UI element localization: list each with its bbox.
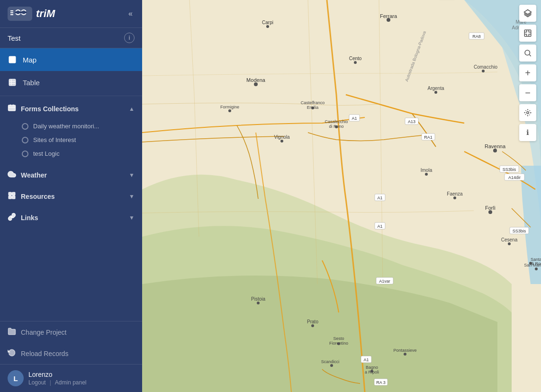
svg-point-22 [493, 149, 497, 152]
zoom-in-button[interactable]: + [519, 64, 536, 81]
resources-chevron: ▼ [129, 193, 135, 200]
svg-text:Faenza: Faenza [447, 191, 463, 196]
weather-section-header[interactable]: Weather ▼ [0, 164, 142, 186]
svg-text:A13: A13 [408, 119, 415, 124]
svg-rect-5 [15, 11, 27, 13]
sidebar-collapse-button[interactable]: « [126, 8, 135, 20]
svg-point-24 [453, 196, 456, 199]
user-sep: | [50, 379, 51, 386]
forms-collections-chevron: ▲ [129, 106, 135, 112]
forms-collections-section-header[interactable]: Forms Collections ▲ [0, 98, 142, 119]
svg-text:Scandicci: Scandicci [321, 359, 340, 364]
svg-text:SS3bis: SS3bis [513, 229, 526, 233]
forms-collections-icon [8, 104, 16, 114]
change-project-label: Change Project [21, 329, 67, 336]
svg-text:Sesto: Sesto [333, 336, 344, 341]
resources-label: Resources [21, 193, 55, 200]
collection-item-sites[interactable]: Sites of Interest [8, 133, 135, 147]
svg-point-28 [280, 140, 283, 143]
svg-point-97 [525, 110, 531, 116]
admin-panel-link[interactable]: Admin panel [55, 379, 87, 386]
svg-text:di Reno: di Reno [329, 124, 343, 129]
collection-item-label: Sites of Interest [33, 136, 76, 143]
svg-rect-2 [10, 14, 13, 15]
svg-point-18 [354, 61, 357, 64]
radio-test-logic[interactable] [22, 151, 28, 157]
svg-text:Prato: Prato [307, 319, 318, 324]
reload-records-button[interactable]: Reload Records [0, 343, 142, 364]
svg-text:A1: A1 [377, 224, 382, 229]
svg-rect-13 [12, 196, 15, 199]
layers-button[interactable] [519, 5, 536, 22]
map-background: Ferrara Modena Cento Carpi Castelfranco … [142, 0, 541, 392]
map-info-button[interactable]: ℹ [519, 124, 536, 141]
svg-rect-7 [9, 56, 16, 63]
svg-rect-1 [10, 12, 13, 13]
svg-point-20 [434, 91, 437, 94]
svg-rect-8 [9, 79, 16, 86]
sidebar: triM « Test i Map Table [0, 0, 142, 392]
svg-rect-10 [9, 192, 11, 195]
svg-text:Castelfranco: Castelfranco [301, 100, 325, 105]
links-icon [8, 213, 16, 223]
change-project-icon [8, 327, 16, 337]
reload-records-icon [8, 348, 16, 358]
resources-section-header[interactable]: Resources ▼ [0, 186, 142, 207]
project-info-button[interactable]: i [124, 33, 135, 43]
fullscreen-button[interactable] [519, 25, 536, 42]
change-project-button[interactable]: Change Project [0, 321, 142, 343]
svg-text:Bagno: Bagno [366, 365, 378, 370]
map-svg: Ferrara Modena Cento Carpi Castelfranco … [142, 0, 541, 392]
user-bar: L Lorenzo Logout | Admin panel [0, 364, 142, 392]
nav-map[interactable]: Map [0, 48, 142, 71]
svg-point-23 [425, 173, 428, 176]
svg-text:Emilia: Emilia [307, 105, 319, 110]
radio-daily-weather[interactable] [22, 123, 28, 130]
svg-text:Carpi: Carpi [262, 20, 273, 25]
svg-text:A14dir: A14dir [508, 175, 521, 180]
svg-text:Ferrara: Ferrara [380, 13, 397, 19]
svg-text:RA 3: RA 3 [376, 380, 386, 385]
svg-text:A1: A1 [352, 116, 357, 121]
map-container[interactable]: Ferrara Modena Cento Carpi Castelfranco … [142, 0, 541, 392]
sidebar-footer: Change Project Reload Records L Lorenzo … [0, 321, 142, 392]
svg-text:A1: A1 [363, 357, 369, 362]
svg-text:A1: A1 [377, 196, 382, 200]
weather-icon [8, 170, 16, 180]
svg-text:Imola: Imola [421, 168, 433, 173]
user-info: Lorenzo Logout | Admin panel [28, 371, 135, 386]
search-button[interactable] [519, 45, 536, 62]
svg-point-27 [535, 267, 538, 270]
forms-collections-list: Daily weather monitori... Sites of Inter… [0, 119, 142, 164]
reload-records-label: Reload Records [21, 350, 68, 357]
links-section-header[interactable]: Links ▼ [0, 207, 142, 228]
project-bar: Test i [0, 28, 142, 48]
radio-sites[interactable] [22, 137, 28, 143]
weather-label: Weather [21, 171, 47, 179]
logout-link[interactable]: Logout [28, 379, 46, 386]
collection-item-test-logic[interactable]: test Logic [8, 147, 135, 160]
svg-rect-11 [12, 192, 15, 195]
svg-text:a Ripoli: a Ripoli [365, 370, 379, 374]
svg-point-30 [311, 324, 314, 327]
svg-point-34 [404, 353, 406, 356]
svg-text:Argenta: Argenta [427, 86, 444, 91]
svg-text:Modena: Modena [246, 77, 266, 83]
user-avatar: L [8, 370, 24, 386]
links-chevron: ▼ [129, 214, 135, 221]
map-controls: 🗺 © Mapbox 10 km [519, 5, 536, 141]
svg-text:SS3bis: SS3bis [503, 167, 516, 172]
svg-text:Formigine: Formigine [220, 105, 239, 109]
svg-rect-9 [9, 105, 16, 111]
table-nav-icon [8, 78, 17, 87]
locate-button[interactable] [519, 104, 536, 121]
svg-rect-94 [524, 30, 531, 36]
links-label: Links [21, 214, 38, 222]
user-links: Logout | Admin panel [28, 379, 135, 386]
logo-area: triM [8, 7, 55, 21]
svg-point-32 [330, 364, 333, 367]
zoom-out-button[interactable]: − [519, 84, 536, 101]
collection-item-daily-weather[interactable]: Daily weather monitori... [8, 119, 135, 133]
svg-text:Cento: Cento [349, 56, 362, 61]
nav-table[interactable]: Table [0, 71, 142, 94]
